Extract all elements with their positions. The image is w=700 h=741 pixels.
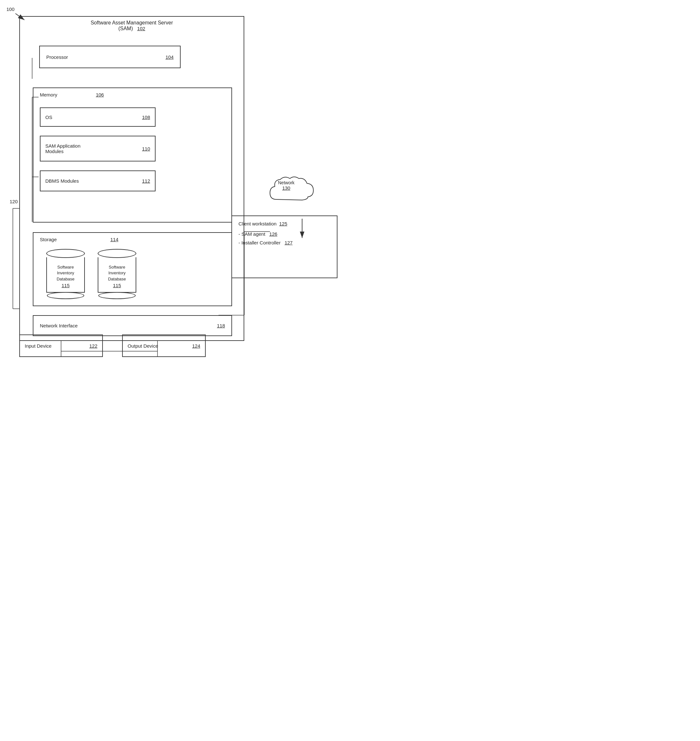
sam-server-title-line2: (SAM) [118, 26, 133, 31]
db-label-1: Software Inventory Database 115 [55, 263, 76, 289]
storage-ref: 114 [110, 237, 118, 242]
db-cylinder-2: Software Inventory Database 115 [98, 249, 136, 299]
db-top-2 [98, 249, 136, 258]
network-interface-box: Network Interface 118 [33, 315, 232, 336]
installer-ref: 127 [284, 240, 293, 245]
ref-100-label: 100 [6, 6, 15, 12]
db-top-1 [46, 249, 85, 258]
memory-ref: 106 [96, 92, 104, 97]
network-ref: 130 [282, 185, 290, 191]
label-120: 120 [10, 199, 18, 204]
db2-ref: 115 [113, 283, 121, 288]
input-device-label: Input Device [25, 343, 51, 349]
db1-ref: 115 [62, 283, 69, 288]
db-label-2: Software Inventory Database 115 [107, 263, 127, 289]
client-title-line: Client workstation 125 [238, 221, 330, 227]
processor-box: Processor 104 [39, 46, 181, 68]
client-title: Client workstation [238, 221, 276, 227]
installer-label: - Installer Controller [238, 240, 281, 245]
sam-agent-line: - SAM agent 126 [238, 231, 330, 237]
memory-label: Memory [40, 92, 57, 97]
sam-agent-ref: 126 [269, 231, 277, 237]
storage-label: Storage [40, 237, 57, 242]
client-box: Client workstation 125 - SAM agent 126 -… [231, 215, 337, 278]
network-interface-label: Network Interface [40, 323, 78, 329]
dbms-box: DBMS Modules 112 [40, 171, 156, 192]
sam-server-ref: 102 [137, 26, 145, 31]
os-label: OS [45, 115, 52, 120]
sam-app-box: SAM Application Modules 110 [40, 136, 156, 161]
sam-agent-label: - SAM agent [238, 231, 265, 237]
sam-app-ref: 110 [142, 146, 150, 152]
sam-server-box: Software Asset Management Server (SAM) 1… [19, 16, 244, 341]
sam-server-title-line1: Software Asset Management Server [91, 20, 173, 25]
processor-ref: 104 [166, 55, 174, 60]
network-interface-ref: 118 [217, 323, 225, 329]
output-device-box: Output Device 124 [122, 334, 206, 357]
network-label: Network [278, 180, 294, 185]
memory-box: Memory 106 OS 108 SAM Application Module… [33, 87, 232, 222]
processor-label: Processor [46, 55, 68, 60]
db-bottom-2 [99, 292, 135, 299]
db-cylinder-1: Software Inventory Database 115 [46, 249, 85, 299]
installer-line: - Installer Controller 127 [238, 240, 330, 245]
memory-title: Memory 106 [40, 92, 104, 97]
input-device-ref: 122 [89, 343, 97, 349]
db-body-1: Software Inventory Database 115 [46, 257, 85, 293]
dbms-ref: 112 [142, 178, 150, 184]
label-120-text: 120 [10, 199, 18, 204]
client-title-ref: 125 [279, 221, 287, 227]
network-cloud: Network 130 [267, 174, 318, 210]
output-device-label: Output Device [128, 343, 158, 349]
storage-title: Storage 114 [40, 237, 118, 242]
storage-box: Storage 114 Software Inventory Database … [33, 232, 232, 306]
diagram-root: 100 Software Asset Management Server (SA… [6, 6, 344, 364]
input-device-box: Input Device 122 [19, 334, 103, 357]
output-device-ref: 124 [192, 343, 200, 349]
ref-100-text: 100 [6, 6, 15, 12]
sam-app-label: SAM Application Modules [45, 143, 80, 154]
db-body-2: Software Inventory Database 115 [98, 257, 136, 293]
db-bottom-1 [47, 292, 84, 299]
sam-server-title: Software Asset Management Server (SAM) 1… [91, 20, 173, 31]
os-box: OS 108 [40, 108, 156, 127]
os-ref: 108 [142, 115, 150, 120]
dbms-label: DBMS Modules [45, 178, 79, 184]
